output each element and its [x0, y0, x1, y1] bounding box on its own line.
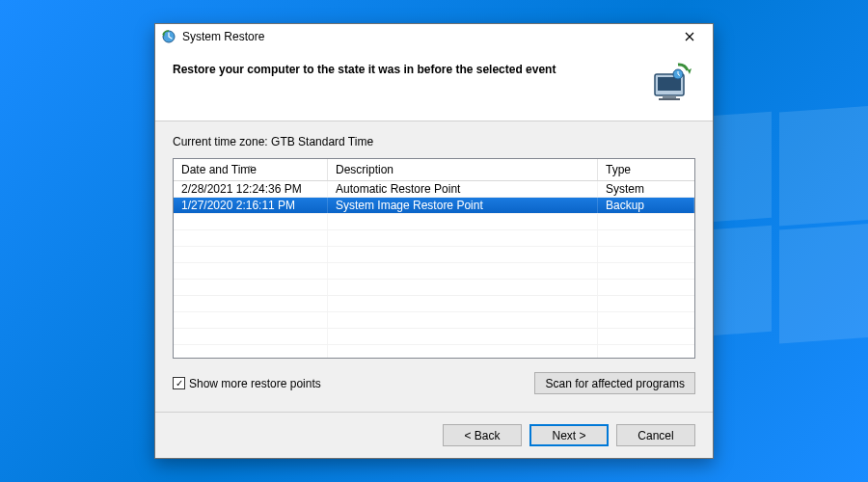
cell-type: Backup — [598, 198, 694, 213]
table-row — [174, 345, 694, 358]
cell-type: System — [598, 181, 694, 197]
table-row — [174, 263, 694, 280]
column-header-type[interactable]: Type — [598, 159, 694, 180]
column-header-description[interactable]: Description — [328, 159, 598, 180]
checkbox-icon: ✓ — [173, 377, 185, 389]
cell-description: System Image Restore Point — [328, 198, 598, 213]
svg-rect-5 — [659, 98, 680, 100]
table-row — [174, 247, 694, 263]
table-row — [174, 280, 694, 296]
table-row — [174, 230, 694, 247]
table-row — [174, 312, 694, 329]
header-band: Restore your computer to the state it wa… — [155, 49, 713, 121]
list-header: ⌄ Date and Time Description Type — [174, 159, 694, 181]
window-title: System Restore — [182, 30, 670, 43]
wizard-footer: < Back Next > Cancel — [155, 412, 713, 458]
system-restore-icon — [161, 29, 176, 44]
table-row[interactable]: 1/27/2020 2:16:11 PMSystem Image Restore… — [174, 198, 694, 214]
show-more-label: Show more restore points — [189, 377, 321, 390]
scan-affected-button[interactable]: Scan for affected programs — [534, 372, 695, 394]
timezone-label: Current time zone: GTB Standard Time — [173, 135, 695, 148]
table-row — [174, 296, 694, 312]
column-header-date[interactable]: ⌄ Date and Time — [174, 159, 328, 180]
cell-description: Automatic Restore Point — [328, 181, 598, 197]
table-row — [174, 329, 694, 345]
cell-date: 1/27/2020 2:16:11 PM — [174, 198, 328, 213]
cancel-button[interactable]: Cancel — [616, 424, 695, 446]
svg-rect-4 — [663, 95, 676, 98]
column-header-date-label: Date and Time — [181, 163, 257, 176]
show-more-checkbox[interactable]: ✓ Show more restore points — [173, 377, 321, 390]
cell-date: 2/28/2021 12:24:36 PM — [174, 181, 328, 197]
table-row — [174, 214, 694, 230]
system-restore-dialog: System Restore Restore your computer to … — [154, 23, 714, 459]
restore-points-list: ⌄ Date and Time Description Type 2/28/20… — [173, 158, 695, 359]
sort-caret-icon: ⌄ — [247, 161, 254, 170]
headline: Restore your computer to the state it wa… — [173, 61, 637, 76]
titlebar: System Restore — [155, 24, 713, 49]
restore-monitor-icon — [649, 61, 695, 107]
close-button[interactable] — [670, 25, 709, 48]
next-button[interactable]: Next > — [529, 424, 609, 446]
table-row[interactable]: 2/28/2021 12:24:36 PMAutomatic Restore P… — [174, 181, 694, 198]
back-button[interactable]: < Back — [443, 424, 522, 446]
